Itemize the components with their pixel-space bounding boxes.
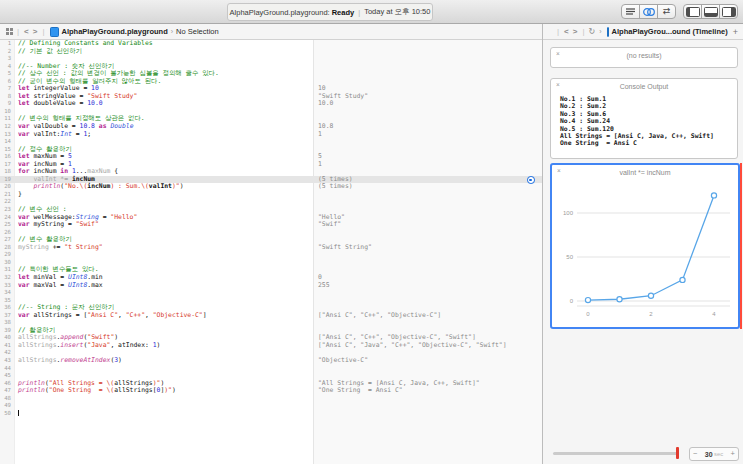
version-editor-button[interactable]: ⇄ — [657, 4, 676, 19]
line-number: 25 — [0, 221, 11, 229]
line-number: 11 — [0, 115, 11, 123]
source-editor[interactable]: 1// Defining Constants and Variables2// … — [0, 40, 542, 464]
line-number: 47 — [0, 387, 11, 395]
code-line[interactable]: 48 — [0, 395, 542, 403]
assistant-breadcrumb-file[interactable]: AlphaPlayGrou...ound (Timeline) — [612, 27, 728, 36]
forward-button[interactable]: > — [573, 27, 578, 36]
code-line[interactable]: 50 — [0, 410, 542, 418]
utilities-toggle-button[interactable] — [719, 4, 738, 19]
debug-area-icon — [704, 7, 718, 17]
activity-project-label: AlphaPlayGround.playground: — [230, 8, 330, 17]
code-line[interactable]: 37var allStrings = ["Ansi C", "C++", "Ob… — [0, 312, 542, 320]
result-value: (5 times) — [318, 183, 353, 191]
close-icon[interactable]: × — [556, 51, 560, 58]
code-line[interactable]: 15// 정수 활용하기 — [0, 146, 542, 154]
result-value: "Objective-C" — [318, 357, 368, 365]
code-line[interactable]: 47println("One String = \(allStrings[0])… — [0, 387, 542, 395]
related-items-icon[interactable] — [6, 28, 9, 31]
duration-unit: sec — [714, 451, 723, 457]
code-line[interactable]: 34 — [0, 289, 542, 297]
timeline-chart: 050100024 — [552, 185, 734, 323]
code-text: var allStrings = ["Ansi C", "C++", "Obje… — [18, 312, 207, 320]
jumpbar-divider: | — [17, 27, 19, 36]
line-number: 46 — [0, 380, 11, 388]
line-number: 15 — [0, 146, 11, 154]
timeline-slider-handle[interactable] — [676, 447, 679, 459]
close-icon[interactable]: × — [556, 82, 560, 89]
code-line[interactable]: 22 — [0, 198, 542, 206]
code-line[interactable]: 44 — [0, 365, 542, 373]
timeline-slider-track[interactable] — [553, 452, 679, 455]
code-line[interactable]: 29 — [0, 251, 542, 259]
no-results-card[interactable]: × (no results) — [550, 47, 738, 68]
code-line[interactable]: 26 — [0, 229, 542, 237]
navigator-panel-icon — [686, 7, 700, 17]
toolbar: AlphaPlayGround.playground: Ready | Toda… — [0, 0, 743, 24]
line-number: 6 — [0, 78, 11, 86]
line-number: 21 — [0, 191, 11, 199]
counterpart-icon[interactable]: ↻ — [589, 27, 596, 36]
code-text: } — [18, 191, 22, 199]
breadcrumb-selection[interactable]: No Selection — [176, 27, 219, 36]
activity-time-label: Today at 오후 10:50 — [364, 7, 430, 17]
code-line[interactable]: 14 — [0, 138, 542, 146]
svg-text:100: 100 — [563, 210, 574, 216]
back-button[interactable]: < — [564, 27, 569, 36]
code-line[interactable]: 43allStrings.removeAtIndex(3)"Objective-… — [0, 357, 542, 365]
code-text — [18, 410, 19, 418]
line-number: 7 — [0, 85, 11, 93]
line-number: 45 — [0, 372, 11, 380]
assistant-editor-button[interactable] — [639, 4, 658, 19]
duration-decrement-button[interactable]: − — [693, 450, 697, 458]
jumpbar-divider: | — [582, 27, 584, 36]
code-line[interactable]: 41allStrings.insert("Java", atIndex: 1)[… — [0, 342, 542, 350]
navigator-toggle-button[interactable] — [683, 4, 702, 19]
debug-area-toggle-button[interactable] — [701, 4, 720, 19]
line-number: 27 — [0, 236, 11, 244]
chart-card-title: valInt *= incNum — [552, 165, 738, 176]
code-line[interactable]: 25var myString = "Swif""Swif" — [0, 221, 542, 229]
add-assistant-editor-button[interactable]: + — [733, 27, 738, 37]
code-line[interactable]: 49 — [0, 402, 542, 410]
code-line[interactable]: 38 — [0, 319, 542, 327]
result-value: "Swif" — [318, 221, 341, 229]
forward-button[interactable]: > — [33, 27, 38, 36]
code-line[interactable]: 9let doubleValue = 10.010.0 — [0, 100, 542, 108]
value-history-chart-card[interactable]: × valInt *= incNum 050100024 — [550, 163, 740, 329]
code-line[interactable]: 28myString += "t String""Swift String" — [0, 244, 542, 252]
code-text: var maxVal = UInt8.max — [18, 282, 103, 290]
code-text: allStrings.removeAtIndex(3) — [18, 357, 122, 365]
utilities-panel-icon — [722, 7, 736, 17]
duration-value: 30 — [705, 451, 713, 458]
line-number: 38 — [0, 319, 11, 327]
standard-editor-button[interactable] — [621, 4, 640, 19]
line-number: 31 — [0, 266, 11, 274]
back-button[interactable]: < — [24, 27, 29, 36]
code-line[interactable]: 21} — [0, 191, 542, 199]
line-number: 32 — [0, 274, 11, 282]
result-value: "One String = Ansi C" — [318, 387, 403, 395]
line-number: 42 — [0, 349, 11, 357]
line-number: 50 — [0, 410, 11, 418]
code-text: var myString = "Swif" — [18, 221, 99, 229]
timeline-playhead — [740, 163, 742, 329]
code-line[interactable]: 20 println("No.\(incNum) : Sum.\(valInt)… — [0, 183, 542, 191]
close-icon[interactable]: × — [557, 168, 561, 175]
line-number: 44 — [0, 365, 11, 373]
breadcrumb-file[interactable]: AlphaPlayGround.playground — [62, 27, 168, 36]
code-line[interactable]: 33var maxVal = UInt8.max255 — [0, 282, 542, 290]
activity-separator: | — [358, 8, 360, 17]
code-line[interactable]: 2// 기본 값 선언하기 — [0, 48, 542, 56]
console-output-card[interactable]: × Console Output No.1 : Sum.1No.2 : Sum.… — [550, 78, 738, 159]
console-output-text: No.1 : Sum.1No.2 : Sum.2No.3 : Sum.6No.4… — [560, 96, 714, 148]
line-number: 39 — [0, 327, 11, 335]
standard-editor-icon — [624, 7, 637, 17]
playground-file-icon — [607, 27, 609, 37]
line-number: 41 — [0, 342, 11, 350]
code-line[interactable]: 16let maxNum = 55 — [0, 153, 542, 161]
result-value: ["Ansi C", "Java", "C++", "Objective-C",… — [318, 342, 507, 350]
view-toggle-segment — [683, 4, 738, 19]
code-line[interactable]: 13var valInt:Int = 1;1 — [0, 131, 542, 139]
console-card-title: Console Output — [551, 79, 737, 90]
duration-increment-button[interactable]: + — [731, 450, 735, 458]
